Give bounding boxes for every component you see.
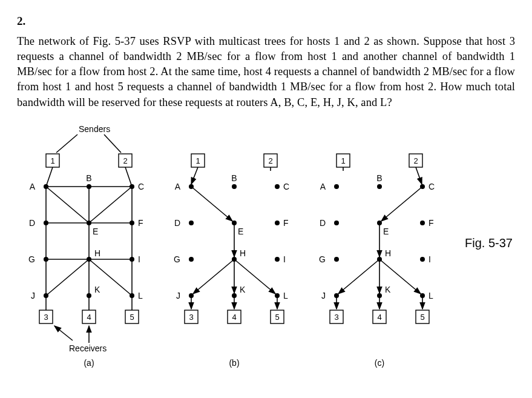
svg-text:K: K — [385, 285, 391, 294]
router-G: G — [28, 254, 48, 264]
svg-text:3: 3 — [189, 312, 193, 321]
svg-text:4: 4 — [377, 312, 381, 321]
svg-point-78 — [189, 257, 194, 262]
router-B: B — [231, 173, 237, 189]
svg-text:A: A — [175, 182, 181, 191]
svg-text:1: 1 — [341, 156, 345, 165]
svg-text:5: 5 — [420, 312, 424, 321]
svg-point-76 — [275, 221, 280, 225]
host-1: 1 — [337, 154, 350, 167]
svg-line-53 — [46, 259, 89, 296]
svg-line-1 — [104, 134, 121, 153]
svg-text:I: I — [138, 254, 140, 264]
router-F: F — [275, 218, 289, 228]
svg-text:D: D — [174, 218, 180, 228]
svg-text:K: K — [94, 285, 100, 294]
svg-text:D: D — [29, 218, 35, 228]
svg-text:L: L — [283, 291, 288, 300]
router-G: G — [319, 254, 339, 264]
svg-line-60 — [54, 326, 73, 340]
svg-point-122 — [334, 257, 339, 262]
svg-point-120 — [420, 221, 425, 225]
svg-line-41 — [46, 187, 89, 223]
host-5: 5 — [271, 310, 284, 323]
host-2: 2 — [119, 154, 132, 167]
edges-a — [46, 167, 132, 310]
svg-text:J: J — [321, 291, 326, 300]
svg-text:C: C — [283, 182, 289, 191]
svg-text:F: F — [138, 218, 143, 228]
svg-text:G: G — [28, 254, 35, 264]
svg-text:H: H — [385, 248, 391, 258]
caption-c: (c) — [375, 358, 384, 368]
svg-line-0 — [56, 134, 77, 153]
svg-line-99 — [193, 259, 234, 294]
svg-point-82 — [275, 257, 280, 262]
svg-text:B: B — [376, 173, 382, 183]
host-4: 4 — [82, 310, 96, 323]
router-D: D — [174, 218, 194, 228]
router-B: B — [376, 173, 382, 189]
svg-line-143 — [338, 259, 379, 294]
router-A: A — [320, 182, 339, 191]
svg-text:5: 5 — [275, 312, 279, 321]
svg-text:I: I — [429, 254, 431, 264]
svg-text:4: 4 — [87, 312, 91, 321]
panel-a: Senders 1 2 A B C D E — [28, 124, 144, 368]
host-5: 5 — [125, 310, 139, 323]
svg-text:5: 5 — [130, 312, 134, 321]
svg-point-116 — [334, 221, 339, 225]
problem-paragraph: The network of Fig. 5-37 uses RSVP with … — [17, 34, 515, 110]
svg-text:1: 1 — [195, 156, 200, 165]
svg-point-72 — [189, 221, 194, 225]
router-I: I — [420, 254, 431, 264]
router-E: E — [232, 221, 243, 236]
svg-text:1: 1 — [50, 156, 54, 165]
router-D: D — [29, 218, 48, 228]
svg-line-141 — [381, 187, 422, 221]
svg-text:2: 2 — [413, 156, 418, 165]
svg-point-70 — [275, 184, 280, 189]
router-G: G — [174, 254, 194, 264]
svg-text:4: 4 — [232, 312, 236, 321]
svg-text:A: A — [30, 182, 36, 191]
host-5: 5 — [416, 310, 429, 323]
svg-text:K: K — [240, 285, 246, 294]
svg-text:C: C — [429, 182, 435, 191]
svg-text:3: 3 — [334, 312, 338, 321]
svg-line-97 — [191, 187, 232, 221]
svg-text:E: E — [238, 227, 243, 236]
router-I: I — [275, 254, 286, 264]
svg-text:3: 3 — [44, 312, 48, 321]
host-2: 2 — [264, 154, 277, 167]
figure-row: Senders 1 2 A B C D E — [17, 121, 515, 385]
svg-point-68 — [232, 184, 237, 189]
panel-b: 1 2 A B C D E F G H I J K L 3 4 5 — [174, 154, 289, 368]
svg-text:L: L — [429, 291, 433, 300]
svg-text:E: E — [383, 227, 389, 236]
svg-line-43 — [89, 187, 132, 223]
svg-text:G: G — [319, 254, 326, 264]
caption-a: (a) — [84, 358, 94, 368]
svg-text:I: I — [283, 254, 286, 264]
host-3: 3 — [39, 310, 53, 323]
panel-c: 1 2 A B C D E F G H I J K L 3 4 5 — [319, 154, 435, 368]
svg-text:G: G — [174, 254, 180, 264]
svg-text:F: F — [429, 218, 434, 228]
figure-svg: Senders 1 2 A B C D E — [17, 121, 453, 383]
svg-point-110 — [334, 184, 339, 189]
svg-text:E: E — [93, 227, 98, 236]
figure-label: Fig. 5-37 — [465, 236, 513, 250]
svg-line-96 — [191, 167, 198, 184]
svg-text:D: D — [320, 218, 326, 228]
router-D: D — [320, 218, 339, 228]
svg-text:H: H — [240, 248, 246, 258]
svg-line-140 — [416, 167, 422, 184]
svg-line-36 — [46, 167, 53, 187]
svg-text:2: 2 — [268, 156, 272, 165]
router-F: F — [420, 218, 434, 228]
host-3: 3 — [185, 310, 198, 323]
router-A: A — [175, 182, 194, 191]
svg-text:C: C — [138, 182, 144, 191]
svg-line-37 — [125, 167, 132, 187]
